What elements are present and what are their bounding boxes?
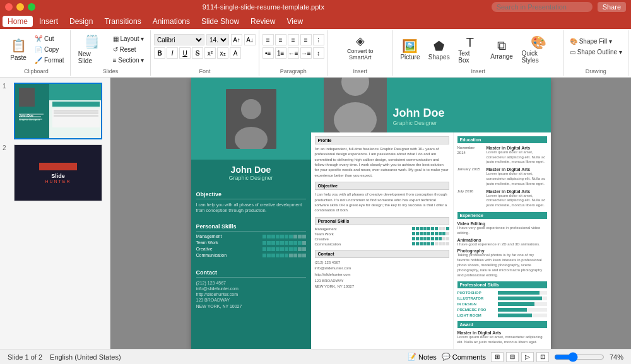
menu-review[interactable]: Review <box>245 16 280 27</box>
zoom-slider[interactable] <box>554 352 604 362</box>
prof-skill-name: PHOTOSHOP <box>457 291 495 295</box>
number-list-button[interactable]: 1≡ <box>275 47 286 59</box>
menu-home[interactable]: Home <box>3 16 33 27</box>
prof-skill-name: IN DESIGN <box>457 302 495 306</box>
menu-insert[interactable]: Insert <box>34 16 63 27</box>
slide-panel: 1 John DoeGraphic Designer <box>0 78 110 349</box>
prof-bar <box>498 308 528 312</box>
textbox-label: Text Box <box>458 50 481 64</box>
quick-styles-button[interactable]: 🎨 Quick Styles <box>517 32 559 66</box>
contact-section: Contact (212) 123 4567 info@slidehunter.… <box>191 264 311 314</box>
language-info: English (United States) <box>50 353 121 361</box>
menu-design[interactable]: Design <box>64 16 98 27</box>
skill-row-creative: Creative <box>196 247 306 251</box>
menu-transitions[interactable]: Transitions <box>99 16 146 27</box>
font-color-button[interactable]: A <box>230 47 241 59</box>
slide-1-thumbnail[interactable]: John DoeGraphic Designer <box>14 83 102 139</box>
columns-button[interactable]: ⫶ <box>313 34 324 45</box>
search-input[interactable] <box>492 2 593 12</box>
arrange-button[interactable]: ⧉ Arrange <box>487 36 517 62</box>
smartart-group-label: Insert <box>353 67 368 74</box>
align-center-button[interactable]: ≡ <box>275 34 286 45</box>
skill-row-teamwork: Team Work <box>196 240 306 245</box>
contact-city: NEW YORK, NY 10027 <box>196 303 306 309</box>
font-decrease-button[interactable]: A↓ <box>244 34 256 45</box>
bold-button[interactable]: B <box>154 47 165 59</box>
paragraph-label: Paragraph <box>280 67 307 74</box>
paste-button[interactable]: 📋 Paste <box>6 35 31 64</box>
dot <box>427 237 430 240</box>
indent-right-button[interactable]: →≡ <box>300 47 312 59</box>
dot <box>423 237 427 240</box>
prof-skill-premiere: PREMIERE PRO <box>457 308 547 312</box>
indent-left-button[interactable]: ←≡ <box>288 47 299 59</box>
profile-text: I'm an independent, full-time freelance … <box>315 146 449 178</box>
menu-animations[interactable]: Animations <box>148 16 195 27</box>
font-name-select[interactable]: Calibri <box>154 34 204 45</box>
dot <box>423 232 427 235</box>
justify-button[interactable]: ≡ <box>300 34 312 45</box>
textbox-button[interactable]: T Text Box <box>454 33 485 66</box>
copy-button[interactable]: 📄 Copy <box>32 45 66 54</box>
font-size-select[interactable]: 14.9 <box>206 34 229 45</box>
superscript-button[interactable]: x² <box>204 47 216 59</box>
dot <box>262 235 266 238</box>
minimize-icon[interactable] <box>16 3 24 11</box>
name-area: John Doe Graphic Designer <box>191 160 311 186</box>
comments-button[interactable]: 💬 Comments <box>442 353 486 361</box>
edu-content-3: Master in Digital Arts Lorem ipsum dolor… <box>487 189 547 208</box>
picture-button[interactable]: 🖼️ Picture <box>397 36 423 63</box>
personal-skills-right: Personal Skills Management <box>315 217 449 246</box>
shapes-button[interactable]: ⬟ Shapes <box>425 36 453 63</box>
slide-sorter-button[interactable]: ⊟ <box>506 352 519 362</box>
personal-skills-right-title: Personal Skills <box>315 217 449 225</box>
dot <box>285 235 288 238</box>
format-button[interactable]: 🖌️ Format <box>32 56 66 65</box>
insert-group: 🖼️ Picture ⬟ Shapes T Text Box ⧉ Arrange… <box>393 30 564 76</box>
notes-button[interactable]: 📝 Notes <box>408 353 437 361</box>
quick-styles-label: Quick Styles <box>521 50 555 64</box>
menu-view[interactable]: View <box>281 16 308 27</box>
menu-bar: Home Insert Design Transitions Animation… <box>0 14 631 29</box>
bullet-button[interactable]: •≡ <box>262 47 274 59</box>
maximize-icon[interactable] <box>28 3 35 11</box>
dot <box>427 227 430 230</box>
edu-date-3: July 2016 <box>457 189 484 208</box>
profile-photo-area <box>191 78 311 160</box>
layout-button[interactable]: ▦ Layout ▾ <box>110 34 147 44</box>
shape-fill-button[interactable]: 🎨 Shape Fill ▾ <box>567 37 625 46</box>
presenter-view-button[interactable]: ⊡ <box>536 352 549 362</box>
skill-name: Creative <box>196 247 213 251</box>
convert-smartart-button[interactable]: ◈ Convert to SmartArt <box>332 32 389 63</box>
close-icon[interactable] <box>5 3 13 11</box>
line-spacing-button[interactable]: ↕ <box>313 47 324 59</box>
share-button[interactable]: Share <box>598 2 626 12</box>
new-slide-button[interactable]: 🗒️ New Slide <box>74 32 109 67</box>
menu-slideshow[interactable]: Slide Show <box>196 16 244 27</box>
contact-right-section: Contact (212) 123 4567 info@slidehunter.… <box>315 250 449 290</box>
shape-outline-button[interactable]: ▭ Shape Outline ▾ <box>567 47 625 57</box>
objective-section-title: Objective <box>315 182 449 190</box>
subscript-button[interactable]: x₂ <box>217 47 228 59</box>
exp-title-2: Animations <box>457 238 547 242</box>
cut-button[interactable]: ✂️ Cut <box>32 34 66 44</box>
reset-button[interactable]: ↺ Reset <box>110 45 147 54</box>
objective-left-section: Objective I can help you with all phases… <box>191 186 311 218</box>
dot <box>435 237 438 240</box>
dot <box>435 232 438 235</box>
dot <box>427 232 430 235</box>
normal-view-button[interactable]: ⊞ <box>491 352 504 362</box>
slide-2-thumbnail[interactable]: Slide HUNTER <box>14 144 102 201</box>
align-right-button[interactable]: ≡ <box>288 34 299 45</box>
strikethrough-button[interactable]: S <box>192 47 203 59</box>
dot-empty <box>302 247 306 251</box>
section-button[interactable]: ≡ Section ▾ <box>110 56 147 65</box>
italic-button[interactable]: I <box>167 47 178 59</box>
edu-text-2: Lorem ipsum dolor sit amet, consectetur … <box>487 172 547 186</box>
underline-button[interactable]: U <box>179 47 191 59</box>
slide-info: Slide 1 of 2 <box>8 353 42 361</box>
align-left-button[interactable]: ≡ <box>262 34 274 45</box>
reading-view-button[interactable]: ▷ <box>521 352 534 362</box>
dot <box>412 232 415 235</box>
font-increase-button[interactable]: A↑ <box>231 34 242 45</box>
